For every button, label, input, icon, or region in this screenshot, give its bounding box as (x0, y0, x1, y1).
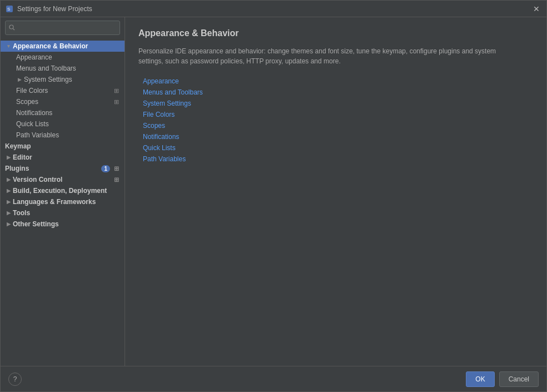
dialog-title: Settings for New Projects (17, 5, 531, 13)
ok-button[interactable]: OK (466, 371, 494, 387)
sidebar-item-languages[interactable]: ▶ Languages & Frameworks (1, 196, 125, 207)
page-title: Appearance & Behavior (138, 28, 533, 38)
dialog-footer: ? OK Cancel (1, 366, 546, 391)
chevron-down-icon: ▾ (5, 43, 12, 49)
sidebar-item-appearance[interactable]: Appearance (1, 52, 125, 63)
chevron-right-icon: ▶ (16, 76, 23, 83)
search-box[interactable] (5, 21, 120, 35)
sidebar-item-plugins[interactable]: Plugins 1 ⊞ (1, 163, 125, 174)
sidebar-item-path-variables[interactable]: Path Variables (1, 130, 125, 141)
close-button[interactable]: ✕ (531, 3, 542, 14)
sidebar-item-other-settings[interactable]: ▶ Other Settings (1, 219, 125, 230)
link-system-settings[interactable]: System Settings (143, 100, 533, 107)
search-icon (9, 24, 15, 32)
link-menus-toolbars[interactable]: Menus and Toolbars (143, 88, 533, 96)
cancel-button[interactable]: Cancel (499, 371, 539, 387)
sidebar-item-file-colors[interactable]: File Colors ⊞ (1, 85, 125, 96)
chevron-right-build-icon: ▶ (5, 187, 12, 194)
sidebar-item-quick-lists[interactable]: Quick Lists (1, 118, 125, 130)
link-quick-lists[interactable]: Quick Lists (143, 144, 533, 152)
edit-icon-2: ⊞ (112, 98, 120, 106)
footer-buttons: OK Cancel (466, 371, 539, 387)
link-list: Appearance Menus and Toolbars System Set… (138, 77, 533, 163)
sidebar-item-scopes[interactable]: Scopes ⊞ (1, 96, 125, 107)
help-button[interactable]: ? (8, 373, 22, 386)
chevron-right-tools-icon: ▶ (5, 210, 12, 216)
link-path-variables[interactable]: Path Variables (143, 155, 533, 163)
sidebar-item-system-settings[interactable]: ▶ System Settings (1, 74, 125, 85)
svg-text:S: S (7, 7, 10, 12)
main-content: Appearance & Behavior Personalize IDE ap… (125, 17, 546, 366)
sidebar-item-build[interactable]: ▶ Build, Execution, Deployment (1, 185, 125, 196)
chevron-right-vcs-icon: ▶ (5, 176, 12, 183)
link-scopes[interactable]: Scopes (143, 122, 533, 130)
chevron-right-editor-icon: ▶ (5, 154, 12, 161)
sidebar-item-tools[interactable]: ▶ Tools (1, 207, 125, 219)
search-input[interactable] (17, 24, 116, 32)
title-bar: S Settings for New Projects ✕ (1, 1, 546, 17)
page-description: Personalize IDE appearance and behavior:… (138, 46, 516, 66)
link-file-colors[interactable]: File Colors (143, 111, 533, 118)
sidebar-item-version-control[interactable]: ▶ Version Control ⊞ (1, 174, 125, 185)
plugins-badge: 1 (101, 165, 110, 172)
app-icon: S (5, 4, 14, 13)
nav-items: ▾ Appearance & Behavior Appearance Menus… (1, 38, 125, 366)
chevron-right-other-icon: ▶ (5, 221, 12, 227)
link-appearance[interactable]: Appearance (143, 77, 533, 85)
chevron-right-lang-icon: ▶ (5, 199, 12, 205)
edit-icon-plugins: ⊞ (112, 165, 120, 172)
sidebar: ▾ Appearance & Behavior Appearance Menus… (1, 17, 125, 366)
svg-line-3 (13, 28, 15, 30)
sidebar-item-appearance-behavior[interactable]: ▾ Appearance & Behavior (1, 41, 125, 52)
sidebar-item-menus-toolbars[interactable]: Menus and Toolbars (1, 63, 125, 74)
sidebar-item-keymap[interactable]: Keymap (1, 141, 125, 152)
edit-icon-vcs: ⊞ (112, 176, 120, 183)
edit-icon: ⊞ (112, 87, 120, 95)
dialog-body: ▾ Appearance & Behavior Appearance Menus… (1, 17, 546, 366)
sidebar-item-notifications[interactable]: Notifications (1, 107, 125, 118)
svg-point-2 (9, 25, 13, 29)
sidebar-item-editor[interactable]: ▶ Editor (1, 152, 125, 163)
settings-dialog: S Settings for New Projects ✕ (0, 0, 547, 392)
link-notifications[interactable]: Notifications (143, 133, 533, 141)
